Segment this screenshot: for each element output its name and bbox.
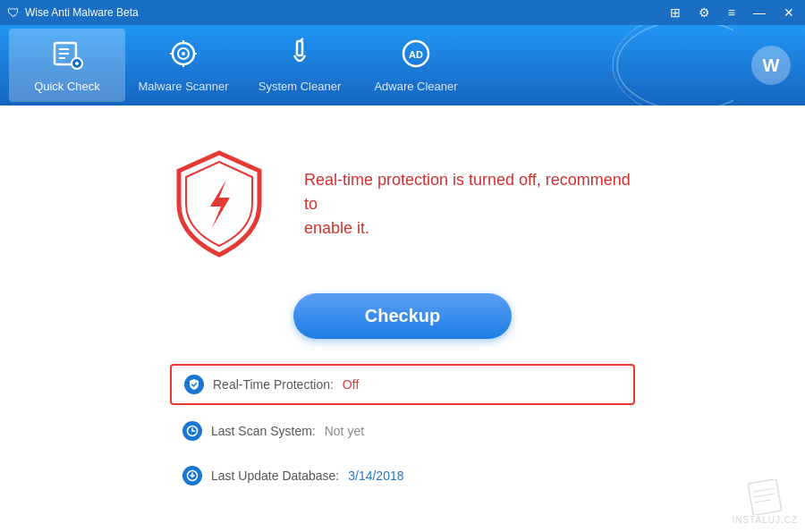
shield-container	[161, 141, 277, 266]
svg-rect-14	[297, 41, 302, 55]
nav-wave-decoration	[555, 25, 733, 106]
svg-rect-22	[748, 479, 782, 515]
tab-malware-scanner[interactable]: Malware Scanner	[125, 29, 242, 102]
adware-cleaner-label: Adware Cleaner	[374, 80, 457, 93]
monitor-icon-btn[interactable]: ⊞	[666, 4, 684, 21]
warning-section: Real-time protection is turned off, reco…	[161, 141, 644, 266]
malware-scanner-label: Malware Scanner	[138, 80, 228, 93]
adware-cleaner-icon: AD	[400, 38, 432, 74]
minimize-button[interactable]: —	[750, 4, 769, 21]
title-bar-controls: ⊞ ⚙ ≡ — ✕	[666, 4, 798, 21]
watermark-icon	[743, 479, 786, 515]
svg-line-24	[754, 494, 775, 497]
status-section: Real-Time Protection: Off Last Scan Syst…	[170, 364, 635, 502]
close-button[interactable]: ✕	[780, 4, 798, 21]
last-update-status: Last Update Database: 3/14/2018	[170, 457, 635, 494]
title-bar-left: 🛡 Wise Anti Malware Beta	[7, 5, 139, 20]
last-scan-label: Last Scan System:	[211, 424, 316, 438]
nav-bar: Quick Check Malware Scanner System Clean…	[0, 25, 805, 106]
realtime-protection-label: Real-Time Protection:	[213, 377, 334, 392]
system-cleaner-label: System Cleaner	[258, 80, 341, 93]
last-update-icon	[182, 466, 202, 486]
main-content: Real-time protection is turned off, reco…	[0, 106, 805, 532]
last-scan-status: Last Scan System: Not yet	[170, 412, 635, 450]
last-scan-icon	[182, 421, 202, 441]
quick-check-label: Quick Check	[34, 80, 100, 93]
last-update-value: 3/14/2018	[348, 469, 403, 483]
svg-point-18	[617, 25, 733, 106]
system-cleaner-icon	[284, 38, 316, 74]
last-update-label: Last Update Database:	[211, 469, 339, 483]
svg-line-25	[755, 500, 771, 502]
quick-check-icon	[51, 38, 83, 74]
warning-shield-icon	[165, 146, 273, 262]
title-bar: 🛡 Wise Anti Malware Beta ⊞ ⚙ ≡ — ✕	[0, 0, 805, 25]
watermark-text: INSTALUJ.CZ	[732, 515, 798, 525]
checkup-button[interactable]: Checkup	[293, 293, 512, 339]
malware-scanner-icon	[167, 38, 199, 74]
app-logo-icon: 🛡	[7, 5, 20, 20]
app-title: Wise Anti Malware Beta	[25, 6, 139, 19]
svg-point-19	[613, 25, 733, 106]
tab-adware-cleaner[interactable]: AD Adware Cleaner	[358, 29, 474, 102]
tab-system-cleaner[interactable]: System Cleaner	[242, 29, 358, 102]
realtime-protection-value[interactable]: Off	[343, 377, 359, 392]
tab-quick-check[interactable]: Quick Check	[9, 29, 125, 102]
watermark: INSTALUJ.CZ	[732, 479, 798, 525]
warning-message: Real-time protection is turned off, reco…	[304, 168, 644, 241]
last-scan-value: Not yet	[325, 424, 364, 438]
realtime-protection-icon	[184, 375, 204, 394]
realtime-protection-status: Real-Time Protection: Off	[170, 364, 635, 405]
svg-text:AD: AD	[409, 49, 423, 60]
svg-line-23	[753, 488, 775, 492]
user-avatar[interactable]: W	[751, 46, 791, 85]
menu-icon-btn[interactable]: ≡	[724, 4, 739, 21]
svg-point-9	[182, 52, 185, 55]
settings-icon-btn[interactable]: ⚙	[695, 4, 714, 21]
